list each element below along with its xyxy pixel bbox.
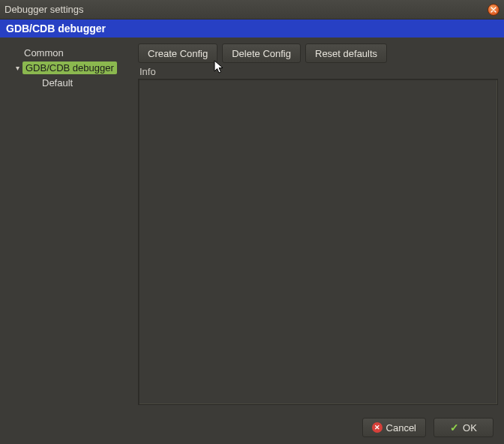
tree-item-common[interactable]: Common [6,45,132,60]
info-label: Info [138,66,498,77]
window-title: Debugger settings [4,4,488,15]
chevron-down-icon[interactable]: ▾ [14,64,21,71]
config-tree: Common ▾ GDB/CDB debugger Default [6,44,132,405]
content-area: Common ▾ GDB/CDB debugger Default Create… [0,38,504,411]
cancel-button[interactable]: Cancel [362,418,426,437]
delete-config-button[interactable]: Delete Config [222,44,301,63]
create-config-button[interactable]: Create Config [138,44,218,63]
info-panel [138,79,498,405]
tree-item-label: GDB/CDB debugger [22,62,117,74]
tree-item-gdb-cdb[interactable]: ▾ GDB/CDB debugger [6,60,132,75]
reset-defaults-button[interactable]: Reset defaults [305,44,387,63]
cancel-label: Cancel [386,422,416,434]
tree-item-label: Common [24,47,64,58]
toolbar: Create Config Delete Config Reset defaul… [138,44,498,63]
tree-item-label: Default [42,77,73,88]
ok-button[interactable]: OK [434,418,494,437]
titlebar: Debugger settings [0,0,504,20]
section-header: GDB/CDB debugger [0,20,504,38]
main-panel: Create Config Delete Config Reset defaul… [138,44,498,405]
tree-item-default[interactable]: Default [6,75,132,90]
section-title: GDB/CDB debugger [6,22,106,34]
check-icon [450,422,459,434]
dialog-footer: Cancel OK [0,411,504,444]
ok-label: OK [463,422,477,434]
close-icon[interactable] [488,4,500,16]
cancel-icon [372,422,382,433]
